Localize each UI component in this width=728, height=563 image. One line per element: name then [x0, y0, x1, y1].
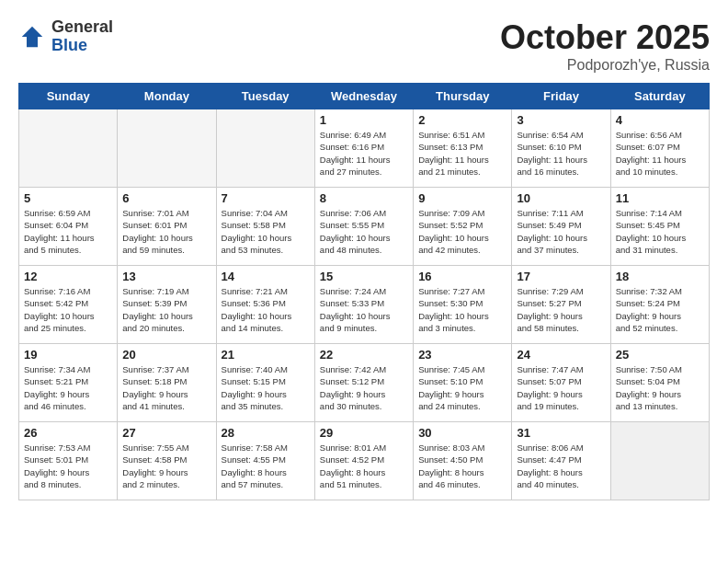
day-info: Sunrise: 7:09 AM Sunset: 5:52 PM Dayligh…	[418, 207, 506, 256]
calendar-cell	[216, 109, 314, 188]
calendar-cell	[610, 422, 709, 500]
calendar-cell	[19, 109, 118, 188]
day-info: Sunrise: 7:32 AM Sunset: 5:24 PM Dayligh…	[616, 285, 704, 334]
logo: General Blue	[18, 18, 113, 55]
day-info: Sunrise: 7:01 AM Sunset: 6:01 PM Dayligh…	[122, 207, 210, 256]
calendar-cell: 16Sunrise: 7:27 AM Sunset: 5:30 PM Dayli…	[414, 266, 512, 344]
day-info: Sunrise: 7:58 AM Sunset: 4:55 PM Dayligh…	[222, 442, 310, 490]
day-number: 30	[418, 426, 506, 440]
calendar-cell: 17Sunrise: 7:29 AM Sunset: 5:27 PM Dayli…	[512, 266, 610, 344]
day-info: Sunrise: 7:34 AM Sunset: 5:21 PM Dayligh…	[24, 363, 112, 412]
day-info: Sunrise: 7:29 AM Sunset: 5:27 PM Dayligh…	[517, 285, 605, 334]
calendar-cell: 23Sunrise: 7:45 AM Sunset: 5:10 PM Dayli…	[414, 344, 512, 422]
week-row-3: 19Sunrise: 7:34 AM Sunset: 5:21 PM Dayli…	[19, 344, 710, 422]
day-info: Sunrise: 7:14 AM Sunset: 5:45 PM Dayligh…	[616, 207, 704, 256]
calendar-cell: 28Sunrise: 7:58 AM Sunset: 4:55 PM Dayli…	[216, 422, 314, 500]
calendar-cell: 14Sunrise: 7:21 AM Sunset: 5:36 PM Dayli…	[216, 266, 314, 344]
day-number: 9	[418, 191, 506, 205]
week-row-2: 12Sunrise: 7:16 AM Sunset: 5:42 PM Dayli…	[19, 266, 710, 344]
day-number: 1	[320, 113, 408, 127]
calendar-cell: 24Sunrise: 7:47 AM Sunset: 5:07 PM Dayli…	[512, 344, 610, 422]
day-info: Sunrise: 6:59 AM Sunset: 6:04 PM Dayligh…	[24, 207, 112, 256]
calendar-cell: 22Sunrise: 7:42 AM Sunset: 5:12 PM Dayli…	[314, 344, 413, 422]
day-info: Sunrise: 7:11 AM Sunset: 5:49 PM Dayligh…	[517, 207, 605, 256]
week-row-0: 1Sunrise: 6:49 AM Sunset: 6:16 PM Daylig…	[19, 109, 710, 188]
day-number: 10	[517, 191, 605, 205]
day-number: 12	[24, 270, 112, 283]
weekday-header-sunday: Sunday	[19, 84, 118, 109]
calendar-cell: 18Sunrise: 7:32 AM Sunset: 5:24 PM Dayli…	[610, 266, 709, 344]
day-info: Sunrise: 7:45 AM Sunset: 5:10 PM Dayligh…	[418, 363, 506, 412]
day-number: 24	[517, 348, 605, 362]
day-number: 31	[517, 426, 605, 440]
day-info: Sunrise: 7:55 AM Sunset: 4:58 PM Dayligh…	[122, 442, 210, 490]
month-title: October 2025	[500, 18, 710, 57]
weekday-header-friday: Friday	[512, 84, 610, 109]
calendar-cell: 10Sunrise: 7:11 AM Sunset: 5:49 PM Dayli…	[512, 188, 610, 266]
day-info: Sunrise: 7:06 AM Sunset: 5:55 PM Dayligh…	[320, 207, 408, 256]
header: General Blue October 2025 Podporozh'ye, …	[18, 18, 710, 74]
day-info: Sunrise: 7:04 AM Sunset: 5:58 PM Dayligh…	[222, 207, 310, 256]
weekday-header-tuesday: Tuesday	[216, 84, 314, 109]
day-info: Sunrise: 7:53 AM Sunset: 5:01 PM Dayligh…	[24, 442, 112, 490]
weekday-header-wednesday: Wednesday	[314, 84, 413, 109]
day-number: 26	[24, 426, 112, 440]
day-info: Sunrise: 6:54 AM Sunset: 6:10 PM Dayligh…	[517, 129, 605, 178]
day-info: Sunrise: 8:01 AM Sunset: 4:52 PM Dayligh…	[320, 442, 408, 490]
day-info: Sunrise: 7:19 AM Sunset: 5:39 PM Dayligh…	[122, 285, 210, 334]
calendar-cell: 21Sunrise: 7:40 AM Sunset: 5:15 PM Dayli…	[216, 344, 314, 422]
week-row-4: 26Sunrise: 7:53 AM Sunset: 5:01 PM Dayli…	[19, 422, 710, 500]
day-number: 17	[517, 270, 605, 283]
logo-general-text: General	[51, 18, 113, 37]
calendar-cell: 13Sunrise: 7:19 AM Sunset: 5:39 PM Dayli…	[118, 266, 216, 344]
day-number: 14	[222, 270, 310, 283]
calendar-cell: 26Sunrise: 7:53 AM Sunset: 5:01 PM Dayli…	[19, 422, 118, 500]
day-number: 16	[418, 270, 506, 283]
day-info: Sunrise: 6:49 AM Sunset: 6:16 PM Dayligh…	[320, 129, 408, 178]
day-number: 20	[122, 348, 210, 362]
day-info: Sunrise: 7:50 AM Sunset: 5:04 PM Dayligh…	[616, 363, 704, 412]
logo-blue-text: Blue	[51, 37, 113, 55]
day-info: Sunrise: 8:03 AM Sunset: 4:50 PM Dayligh…	[418, 442, 506, 490]
calendar-cell: 29Sunrise: 8:01 AM Sunset: 4:52 PM Dayli…	[314, 422, 413, 500]
logo-icon	[18, 23, 46, 51]
day-info: Sunrise: 7:37 AM Sunset: 5:18 PM Dayligh…	[122, 363, 210, 412]
day-info: Sunrise: 7:24 AM Sunset: 5:33 PM Dayligh…	[320, 285, 408, 334]
day-info: Sunrise: 7:40 AM Sunset: 5:15 PM Dayligh…	[222, 363, 310, 412]
day-number: 3	[517, 113, 605, 127]
calendar-cell: 3Sunrise: 6:54 AM Sunset: 6:10 PM Daylig…	[512, 109, 610, 188]
calendar-cell: 2Sunrise: 6:51 AM Sunset: 6:13 PM Daylig…	[414, 109, 512, 188]
calendar-cell: 11Sunrise: 7:14 AM Sunset: 5:45 PM Dayli…	[610, 188, 709, 266]
svg-marker-0	[22, 27, 43, 48]
weekday-header-monday: Monday	[118, 84, 216, 109]
day-info: Sunrise: 7:27 AM Sunset: 5:30 PM Dayligh…	[418, 285, 506, 334]
calendar-cell: 19Sunrise: 7:34 AM Sunset: 5:21 PM Dayli…	[19, 344, 118, 422]
calendar-cell	[118, 109, 216, 188]
day-number: 29	[320, 426, 408, 440]
day-number: 6	[122, 191, 210, 205]
day-number: 11	[616, 191, 704, 205]
calendar-cell: 12Sunrise: 7:16 AM Sunset: 5:42 PM Dayli…	[19, 266, 118, 344]
day-info: Sunrise: 7:21 AM Sunset: 5:36 PM Dayligh…	[222, 285, 310, 334]
day-number: 19	[24, 348, 112, 362]
calendar-cell: 8Sunrise: 7:06 AM Sunset: 5:55 PM Daylig…	[314, 188, 413, 266]
calendar-cell: 1Sunrise: 6:49 AM Sunset: 6:16 PM Daylig…	[314, 109, 413, 188]
calendar-cell: 4Sunrise: 6:56 AM Sunset: 6:07 PM Daylig…	[610, 109, 709, 188]
day-info: Sunrise: 6:56 AM Sunset: 6:07 PM Dayligh…	[616, 129, 704, 178]
calendar-cell: 15Sunrise: 7:24 AM Sunset: 5:33 PM Dayli…	[314, 266, 413, 344]
calendar-cell: 20Sunrise: 7:37 AM Sunset: 5:18 PM Dayli…	[118, 344, 216, 422]
calendar-cell: 5Sunrise: 6:59 AM Sunset: 6:04 PM Daylig…	[19, 188, 118, 266]
day-number: 4	[616, 113, 704, 127]
day-number: 22	[320, 348, 408, 362]
day-number: 5	[24, 191, 112, 205]
calendar-cell: 7Sunrise: 7:04 AM Sunset: 5:58 PM Daylig…	[216, 188, 314, 266]
calendar: SundayMondayTuesdayWednesdayThursdayFrid…	[18, 83, 710, 500]
day-number: 2	[418, 113, 506, 127]
day-info: Sunrise: 8:06 AM Sunset: 4:47 PM Dayligh…	[517, 442, 605, 490]
location-subtitle: Podporozh'ye, Russia	[500, 57, 710, 74]
day-number: 18	[616, 270, 704, 283]
title-area: October 2025 Podporozh'ye, Russia	[500, 18, 710, 74]
day-number: 13	[122, 270, 210, 283]
day-number: 21	[222, 348, 310, 362]
calendar-cell: 25Sunrise: 7:50 AM Sunset: 5:04 PM Dayli…	[610, 344, 709, 422]
